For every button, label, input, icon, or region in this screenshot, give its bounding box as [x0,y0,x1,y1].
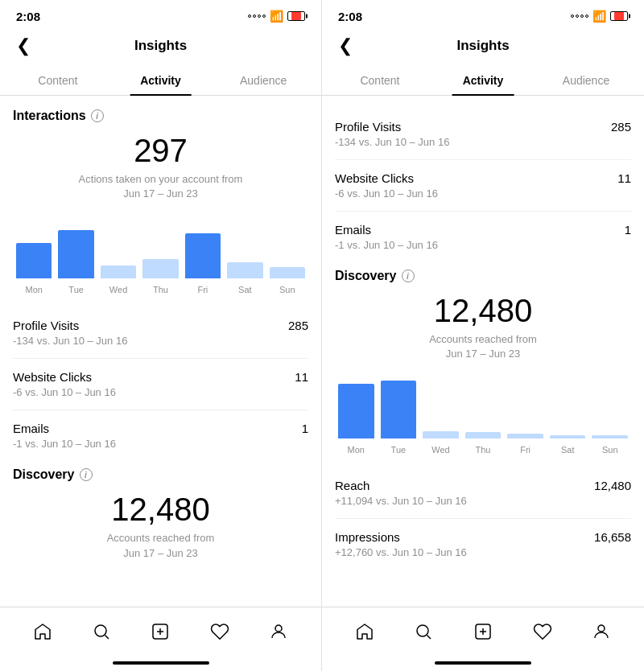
bar-label: Mon [16,285,52,294]
bar-column [185,214,221,278]
metric-row: Profile Visits 285 -134 vs. Jun 10 – Jun… [13,307,308,359]
chart-labels-left: MonTueWedThuFriSatSun [13,282,308,307]
metric-row: Emails 1 -1 vs. Jun 10 – Jun 16 [335,212,631,262]
metrics-bottom-right: Reach 12,480 +11,094 vs. Jun 10 – Jun 16… [335,467,631,570]
wifi-icon-right: 📶 [592,10,606,23]
tab-activity-right[interactable]: Activity [431,66,535,95]
bar-label: Sun [592,445,628,455]
bar-label: Fri [185,285,221,294]
metric-name: Website Clicks [13,370,92,384]
svg-point-11 [598,625,605,632]
discovery-info-icon-right[interactable]: i [402,270,415,282]
metric-sub: -6 vs. Jun 10 – Jun 16 [13,386,308,398]
metric-name: Emails [13,422,49,435]
home-icon-right[interactable] [349,615,381,648]
interactions-heading: Interactions i [13,109,308,123]
bar-column [58,214,93,278]
discovery-subtitle-left: Accounts reached fromJun 17 – Jun 23 [13,531,308,560]
dot3 [258,14,261,18]
bar-column [423,374,459,438]
interactions-info-icon[interactable]: i [91,109,104,122]
dot2 [253,14,256,18]
metrics-top-right: Profile Visits 285 -134 vs. Jun 10 – Jun… [335,109,631,262]
back-button-left[interactable]: ❮ [13,32,34,60]
home-icon-left[interactable] [27,615,59,648]
tabs-left: Content Activity Audience [0,66,321,96]
status-icons-left: 📶 [248,10,305,23]
signal-left [248,14,266,18]
left-panel: 2:08 📶 ❮ Insights Content Activity Audi [0,0,322,671]
discovery-big-number-right: 12,480 [335,293,631,329]
page-title-left: Insights [134,38,187,54]
dot4 [262,14,266,18]
discovery-info-icon-left[interactable]: i [80,468,93,481]
metric-sub: -134 vs. Jun 10 – Jun 16 [13,335,308,347]
bar-label: Tue [381,445,417,455]
bar-column [338,374,374,438]
svg-line-1 [105,635,109,639]
svg-point-6 [417,625,428,636]
bar-column [550,374,586,438]
metric-sub: -1 vs. Jun 10 – Jun 16 [13,438,308,450]
metric-row: Reach 12,480 +11,094 vs. Jun 10 – Jun 16 [335,467,631,519]
metric-name: Emails [335,223,371,237]
battery-right [610,11,628,21]
add-icon-right[interactable] [467,615,499,648]
header-right: ❮ Insights [322,29,644,66]
dot1 [248,14,251,18]
metric-value: 11 [617,171,631,185]
battery-left [287,11,305,21]
svg-point-0 [95,625,106,636]
profile-icon-right[interactable] [585,615,617,648]
bar-column [465,374,502,438]
bar-label: Tue [58,285,93,294]
home-indicator-left [0,655,321,671]
metric-name: Reach [335,479,369,492]
metric-value: 12,480 [594,479,631,492]
svg-point-5 [275,625,282,632]
right-panel: 2:08 📶 ❮ Insights Content Activity Audi [322,0,644,671]
tab-content-left[interactable]: Content [6,66,109,95]
metric-sub: +12,760 vs. Jun 10 – Jun 16 [335,546,631,558]
bar-column [507,374,543,438]
bar-label: Wed [423,445,459,455]
metrics-section-left: Profile Visits 285 -134 vs. Jun 10 – Jun… [13,307,308,461]
content-left: Interactions i 297 Actions taken on your… [0,96,321,607]
tabs-right: Content Activity Audience [322,66,644,96]
back-button-right[interactable]: ❮ [335,32,356,60]
metric-row: Website Clicks 11 -6 vs. Jun 10 – Jun 16 [335,160,631,212]
tab-audience-right[interactable]: Audience [535,66,638,95]
metric-sub: -6 vs. Jun 10 – Jun 16 [335,187,631,200]
page-title-right: Insights [456,38,509,54]
metric-value: 1 [625,223,631,237]
bar-label: Sun [270,285,305,294]
search-icon-right[interactable] [407,615,440,648]
bar-label: Sat [550,445,586,455]
header-left: ❮ Insights [0,29,321,66]
tab-audience-left[interactable]: Audience [212,66,315,95]
interactions-chart [13,214,308,278]
interactions-subtitle: Actions taken on your account fromJun 17… [13,172,308,201]
bar-label: Mon [338,445,374,455]
search-icon-left[interactable] [85,615,118,648]
add-icon-left[interactable] [144,615,176,648]
tab-content-right[interactable]: Content [328,66,431,95]
wifi-icon-left: 📶 [270,10,283,23]
bar-column [142,214,178,278]
metric-sub: -1 vs. Jun 10 – Jun 16 [335,239,631,251]
heart-icon-left[interactable] [204,615,236,648]
chart-labels-right: MonTueWedThuFriSatSun [335,442,631,467]
profile-icon-left[interactable] [262,615,295,648]
metric-row: Emails 1 -1 vs. Jun 10 – Jun 16 [13,410,308,461]
metric-value: 285 [611,120,631,134]
heart-icon-right[interactable] [526,615,559,648]
discovery-chart-right [335,374,631,438]
discovery-heading-right: Discovery i [335,269,631,283]
bar-label: Sat [227,285,262,294]
bar-column [227,214,262,278]
tab-activity-left[interactable]: Activity [109,66,213,95]
bar-column [101,214,136,278]
bottom-nav-left [0,607,321,655]
bar-column [592,374,628,438]
metric-row: Profile Visits 285 -134 vs. Jun 10 – Jun… [335,109,631,160]
